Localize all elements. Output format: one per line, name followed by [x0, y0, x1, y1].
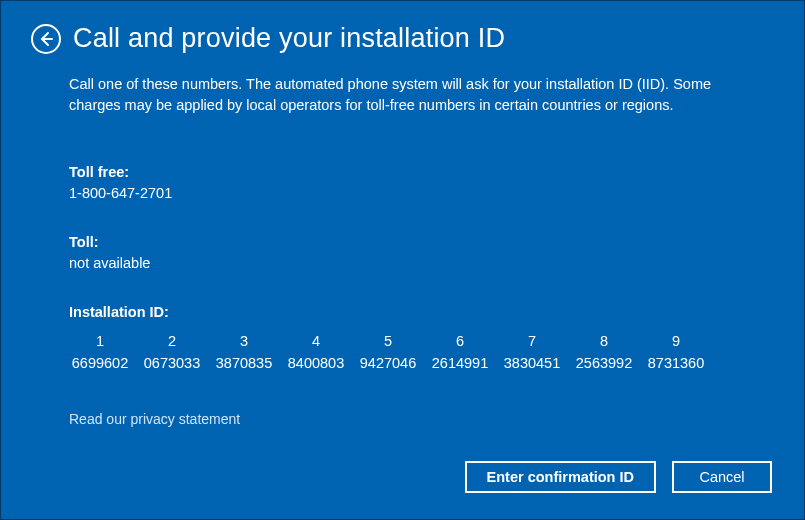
installation-id-group-value: 3870835	[213, 355, 275, 371]
toll-free-value: 1-800-647-2701	[69, 183, 736, 204]
installation-id-section: Installation ID: 16699602206730333387083…	[69, 302, 736, 371]
installation-id-group-index: 4	[285, 333, 347, 349]
installation-id-group: 48400803	[285, 333, 347, 371]
intro-text: Call one of these numbers. The automated…	[69, 74, 736, 116]
toll-free-label: Toll free:	[69, 162, 736, 183]
installation-id-group-value: 2614991	[429, 355, 491, 371]
content-area: Call one of these numbers. The automated…	[1, 64, 804, 428]
toll-value: not available	[69, 253, 736, 274]
installation-id-group-value: 8731360	[645, 355, 707, 371]
installation-id-group-index: 7	[501, 333, 563, 349]
installation-id-group-index: 9	[645, 333, 707, 349]
privacy-statement-link[interactable]: Read our privacy statement	[69, 411, 240, 427]
installation-id-group-value: 6699602	[69, 355, 131, 371]
enter-confirmation-id-button[interactable]: Enter confirmation ID	[465, 461, 656, 493]
installation-id-group-value: 0673033	[141, 355, 203, 371]
toll-free-section: Toll free: 1-800-647-2701	[69, 162, 736, 204]
installation-id-group-value: 9427046	[357, 355, 419, 371]
toll-label: Toll:	[69, 232, 736, 253]
installation-id-group-value: 8400803	[285, 355, 347, 371]
footer-buttons: Enter confirmation ID Cancel	[465, 461, 772, 493]
installation-id-group-index: 6	[429, 333, 491, 349]
installation-id-group: 16699602	[69, 333, 131, 371]
page-title: Call and provide your installation ID	[73, 23, 505, 54]
installation-id-table: 1669960220673033338708354840080359427046…	[69, 333, 736, 371]
installation-id-group: 59427046	[357, 333, 419, 371]
installation-id-group-index: 8	[573, 333, 635, 349]
installation-id-label: Installation ID:	[69, 302, 736, 323]
installation-id-group-index: 1	[69, 333, 131, 349]
arrow-left-icon	[38, 31, 54, 47]
back-button[interactable]	[31, 24, 61, 54]
installation-id-group-value: 2563992	[573, 355, 635, 371]
installation-id-group: 33870835	[213, 333, 275, 371]
installation-id-group: 62614991	[429, 333, 491, 371]
installation-id-group-index: 3	[213, 333, 275, 349]
header: Call and provide your installation ID	[1, 1, 804, 64]
toll-section: Toll: not available	[69, 232, 736, 274]
installation-id-group-index: 5	[357, 333, 419, 349]
installation-id-group: 73830451	[501, 333, 563, 371]
installation-id-group-value: 3830451	[501, 355, 563, 371]
installation-id-group-index: 2	[141, 333, 203, 349]
installation-id-group: 20673033	[141, 333, 203, 371]
cancel-button[interactable]: Cancel	[672, 461, 772, 493]
installation-id-group: 98731360	[645, 333, 707, 371]
installation-id-group: 82563992	[573, 333, 635, 371]
